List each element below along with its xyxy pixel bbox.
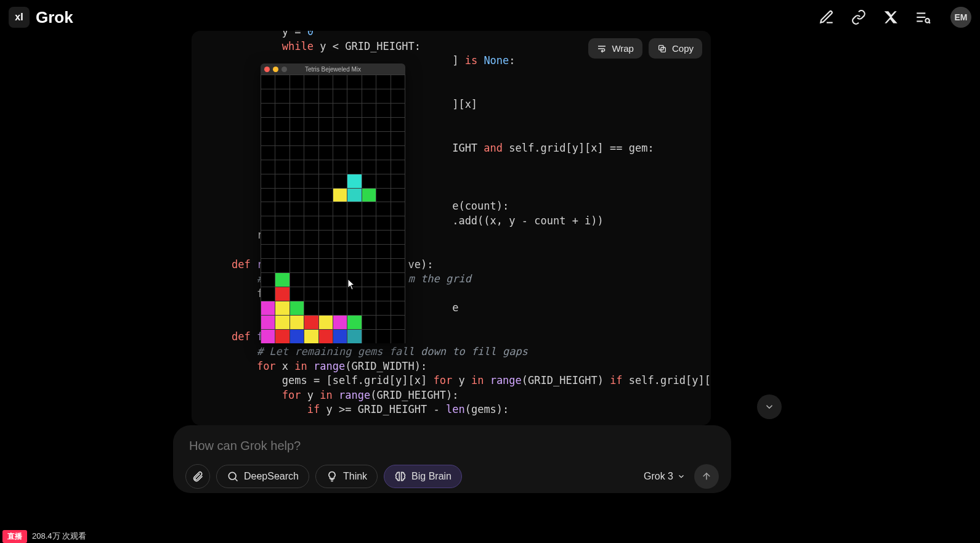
- grid-cell: [362, 117, 376, 131]
- grid-cell: [362, 89, 376, 103]
- grid-cell: [290, 329, 304, 343]
- live-badge[interactable]: 直播: [2, 530, 27, 543]
- brain-icon: [394, 470, 407, 483]
- grid-cell: [261, 202, 275, 216]
- copy-icon: [657, 44, 667, 54]
- grid-cell: [333, 174, 347, 188]
- think-chip[interactable]: Think: [315, 465, 378, 488]
- grid-cell: [391, 103, 405, 117]
- link-icon[interactable]: [851, 9, 867, 25]
- compose-icon[interactable]: [819, 9, 835, 25]
- grid-cell: [347, 117, 362, 131]
- grid-cell: [304, 89, 318, 103]
- grid-cell: [347, 202, 362, 216]
- logo-icon[interactable]: xI: [9, 7, 30, 28]
- grid-cell: [333, 89, 347, 103]
- window-titlebar[interactable]: Tetris Bejeweled Mix: [261, 63, 405, 75]
- grid-cell: [318, 273, 333, 287]
- close-traffic-light[interactable]: [264, 67, 270, 72]
- grid-cell: [275, 188, 290, 202]
- grid-cell: [318, 89, 333, 103]
- copy-button[interactable]: Copy: [649, 38, 702, 59]
- svg-line-4: [929, 22, 930, 23]
- grid-cell: [333, 231, 347, 245]
- grid-cell: [290, 103, 304, 117]
- grid-cell: [347, 160, 362, 174]
- grid-cell: [333, 117, 347, 131]
- grid-cell: [290, 75, 304, 89]
- grid-cell: [333, 287, 347, 301]
- grid-cell: [391, 329, 405, 343]
- grid-cell: [275, 245, 290, 259]
- grid-cell: [318, 188, 333, 202]
- grid-cell: [304, 231, 318, 245]
- grid-cell: [347, 273, 362, 287]
- grid-cell: [275, 131, 290, 145]
- grid-cell: [391, 131, 405, 145]
- game-window[interactable]: Tetris Bejeweled Mix: [261, 63, 405, 343]
- grid-cell: [391, 75, 405, 89]
- grid-cell: [347, 315, 362, 329]
- grid-cell: [362, 315, 376, 329]
- grid-cell: [362, 145, 376, 160]
- code-toolbar: Wrap Copy: [588, 38, 702, 59]
- grid-cell: [391, 259, 405, 273]
- minimize-traffic-light[interactable]: [273, 67, 278, 72]
- bigbrain-label: Big Brain: [411, 471, 452, 482]
- prompt-input[interactable]: [185, 436, 719, 464]
- x-logo-icon[interactable]: [883, 9, 899, 25]
- grid-cell: [376, 89, 391, 103]
- grid-cell: [290, 273, 304, 287]
- grid-cell: [376, 231, 391, 245]
- grid-cell: [318, 259, 333, 273]
- grid-cell: [290, 287, 304, 301]
- grid-cell: [261, 245, 275, 259]
- bigbrain-chip[interactable]: Big Brain: [384, 465, 462, 488]
- grid-cell: [333, 273, 347, 287]
- grid-cell: [333, 245, 347, 259]
- send-button[interactable]: [694, 464, 719, 489]
- scroll-down-button[interactable]: [757, 394, 782, 419]
- grid-cell: [275, 216, 290, 231]
- attach-button[interactable]: [185, 464, 210, 489]
- grid-cell: [391, 202, 405, 216]
- grid-cell: [275, 301, 290, 316]
- zoom-traffic-light[interactable]: [281, 67, 287, 72]
- grid-cell: [333, 329, 347, 343]
- grid-cell: [333, 131, 347, 145]
- list-search-icon[interactable]: [915, 9, 931, 25]
- grid-cell: [290, 160, 304, 174]
- grid-cell: [391, 315, 405, 329]
- grid-cell: [376, 287, 391, 301]
- grid-cell: [347, 301, 362, 316]
- grid-cell: [261, 231, 275, 245]
- grid-cell: [347, 145, 362, 160]
- grid-cell: [304, 301, 318, 316]
- grid-cell: [391, 145, 405, 160]
- grid-cell: [290, 89, 304, 103]
- grid-cell: [304, 259, 318, 273]
- grid-cell: [347, 103, 362, 117]
- grid-cell: [290, 231, 304, 245]
- avatar[interactable]: EM: [950, 7, 971, 28]
- wrap-button[interactable]: Wrap: [588, 38, 642, 59]
- brand-name: Grok: [36, 8, 73, 27]
- game-grid: [261, 75, 405, 343]
- grid-cell: [275, 259, 290, 273]
- grid-cell: [318, 216, 333, 231]
- grid-cell: [290, 259, 304, 273]
- grid-cell: [261, 103, 275, 117]
- grid-cell: [333, 216, 347, 231]
- grid-cell: [347, 329, 362, 343]
- grid-cell: [376, 216, 391, 231]
- model-selector[interactable]: Grok 3: [641, 467, 688, 486]
- deepsearch-chip[interactable]: DeepSearch: [216, 465, 309, 488]
- grid-cell: [304, 245, 318, 259]
- grid-cell: [362, 273, 376, 287]
- grid-cell: [261, 131, 275, 145]
- grid-cell: [391, 117, 405, 131]
- grid-cell: [261, 287, 275, 301]
- copy-label: Copy: [672, 43, 694, 54]
- logo-text: xI: [15, 12, 23, 23]
- model-label: Grok 3: [644, 471, 673, 482]
